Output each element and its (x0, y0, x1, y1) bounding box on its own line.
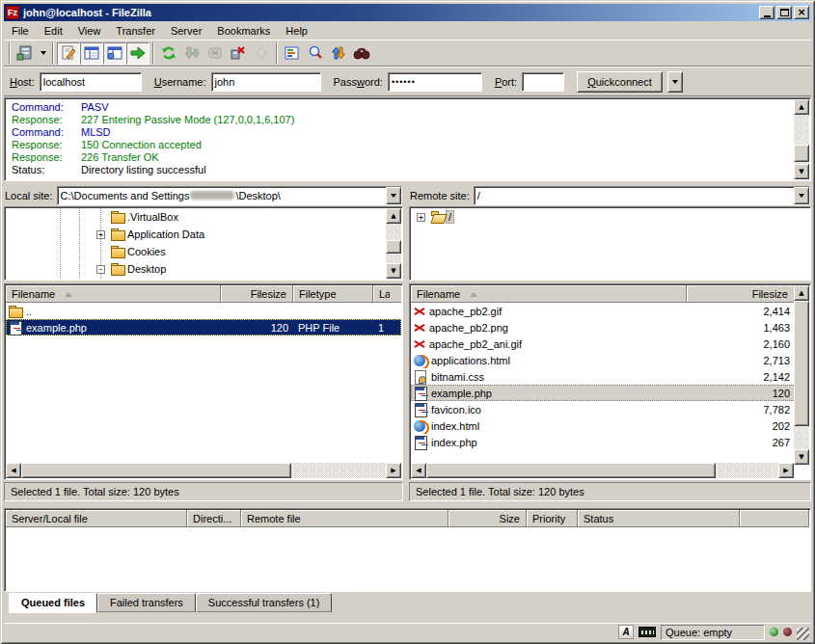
scroll-down-button[interactable]: ▼ (386, 263, 401, 279)
expand-icon[interactable]: + (417, 213, 425, 222)
scroll-left-button[interactable]: ◀ (6, 463, 21, 478)
scrollbar-thumb[interactable] (794, 145, 809, 162)
minimize-button[interactable] (759, 6, 774, 19)
remote-file-row-example-php[interactable]: example.php 120 (411, 385, 809, 401)
remote-file-row[interactable]: index.html 202 (411, 417, 809, 434)
remote-file-row[interactable]: bitnami.css 2,142 (411, 368, 809, 385)
tree-item-root[interactable]: + / (411, 208, 809, 226)
menu-view[interactable]: View (70, 22, 109, 40)
scroll-down-button[interactable]: ▼ (794, 449, 809, 465)
scrollbar-track[interactable] (21, 463, 386, 478)
scroll-up-button[interactable]: ▲ (794, 285, 809, 301)
menu-transfer[interactable]: Transfer (108, 22, 163, 40)
scrollbar-track[interactable] (794, 115, 809, 164)
column-header-priority[interactable]: Priority (527, 510, 578, 527)
menu-edit[interactable]: Edit (37, 22, 70, 40)
password-input[interactable]: •••••• (388, 72, 482, 92)
log-vertical-scrollbar[interactable]: ▲ ▼ (794, 99, 809, 179)
toggle-local-tree-button[interactable] (80, 42, 103, 65)
menu-server[interactable]: Server (163, 22, 209, 40)
tree-item-desktop[interactable]: - Desktop (6, 260, 386, 278)
scrollbar-thumb[interactable] (386, 240, 401, 254)
resize-grip-icon[interactable] (797, 628, 809, 640)
scrollbar-track[interactable] (794, 301, 809, 449)
scrollbar-track[interactable] (426, 463, 778, 478)
scroll-down-button[interactable]: ▼ (794, 164, 809, 179)
collapse-icon[interactable]: - (96, 265, 105, 274)
local-horizontal-scrollbar[interactable]: ◀ ▶ (6, 463, 401, 478)
scrollbar-thumb[interactable] (794, 301, 809, 426)
site-manager-button[interactable] (14, 42, 37, 65)
scroll-up-button[interactable]: ▲ (386, 208, 401, 224)
column-header-filesize[interactable]: Filesize (221, 285, 293, 303)
remote-file-row[interactable]: favicon.ico 7,782 (411, 401, 809, 417)
remote-file-row[interactable]: apache_pb2_ani.gif 2,160 (411, 335, 809, 352)
column-header-server-local-file[interactable]: Server/Local file (6, 510, 187, 527)
host-input[interactable]: localhost (40, 72, 142, 92)
tab-failed-transfers[interactable]: Failed transfers (97, 593, 196, 612)
scroll-right-button[interactable]: ▶ (386, 463, 401, 478)
tab-queued-files[interactable]: Queued files (9, 593, 97, 613)
disconnect-button[interactable] (227, 42, 250, 65)
remote-vertical-scrollbar[interactable]: ▲ ▼ (794, 285, 809, 465)
synchronized-browsing-button[interactable] (327, 42, 350, 65)
remote-file-row[interactable]: apache_pb2.png 1,463 (411, 319, 809, 335)
column-header-last-modified[interactable]: Last modified (373, 285, 401, 303)
remote-site-dropdown-button[interactable] (794, 187, 809, 204)
column-header-filetype[interactable]: Filetype (293, 285, 373, 303)
quickconnect-dropdown-button[interactable] (667, 71, 683, 93)
scrollbar-thumb[interactable] (21, 463, 291, 478)
username-input[interactable]: john (211, 72, 321, 92)
local-file-row-parent[interactable]: .. (6, 303, 401, 319)
remote-file-row[interactable]: apache_pb2.gif 2,414 (411, 303, 809, 319)
remote-file-row[interactable]: index.php 267 (411, 434, 809, 450)
directory-listing-filters-button[interactable] (281, 42, 304, 65)
scroll-up-button[interactable]: ▲ (794, 99, 809, 115)
tree-item-application-data[interactable]: + Application Data (6, 226, 386, 243)
speedlimit-icon[interactable] (638, 627, 656, 637)
local-site-dropdown-button[interactable] (386, 187, 401, 204)
toggle-transfer-queue-button[interactable] (126, 42, 149, 65)
site-manager-dropdown-button[interactable] (37, 42, 49, 65)
cancel-operation-button[interactable] (204, 42, 227, 65)
column-header-direction[interactable]: Directi... (187, 510, 241, 527)
menu-bookmarks[interactable]: Bookmarks (209, 22, 278, 40)
expand-icon[interactable]: + (96, 230, 105, 239)
menu-file[interactable]: File (4, 22, 37, 40)
local-site-combobox[interactable]: C:\Documents and Settings\Desktop\ (57, 186, 402, 205)
tree-item-virtualbox[interactable]: .VirtualBox (6, 208, 386, 226)
remote-file-row[interactable]: applications.html 2,713 (411, 352, 809, 368)
close-button[interactable]: × (794, 6, 809, 19)
quickconnect-button[interactable]: Quickconnect (577, 71, 663, 93)
find-files-button[interactable] (350, 42, 373, 65)
refresh-button[interactable] (157, 42, 180, 65)
scroll-right-button[interactable]: ▶ (778, 463, 794, 478)
reconnect-button[interactable] (250, 42, 273, 65)
column-header-filename[interactable]: Filename (6, 285, 221, 303)
scroll-left-button[interactable]: ◀ (411, 463, 426, 478)
local-tree-scrollbar[interactable]: ▲ ▼ (386, 208, 401, 279)
column-header-size[interactable]: Size (448, 510, 527, 527)
process-queue-button[interactable] (180, 42, 204, 65)
column-header-filesize[interactable]: Filesize (687, 285, 795, 303)
tree-item-cookies[interactable]: Cookies (6, 243, 386, 260)
column-header-status[interactable]: Status (578, 510, 740, 527)
scrollbar-thumb[interactable] (426, 463, 716, 478)
port-input[interactable] (522, 72, 564, 92)
transfer-queue-body: Server/Local file Directi... Remote file… (6, 510, 809, 590)
remote-site-combobox[interactable]: / (474, 186, 810, 205)
menu-help[interactable]: Help (278, 22, 315, 40)
datatype-ascii-icon[interactable]: A (618, 625, 634, 639)
tab-successful-transfers[interactable]: Successful transfers (1) (196, 593, 333, 612)
column-header-remote-file[interactable]: Remote file (241, 510, 448, 527)
window-title: john@localhost - FileZilla (23, 7, 757, 18)
remote-file-list-inner: Filename Filesize apache_pb2.gif 2,414 a… (411, 285, 809, 478)
maximize-button[interactable] (776, 6, 792, 19)
column-header-filename[interactable]: Filename (411, 285, 687, 303)
local-file-row-example-php[interactable]: example.php 120 PHP File 1 (6, 319, 401, 335)
scrollbar-track[interactable] (386, 224, 401, 263)
toggle-remote-tree-button[interactable] (103, 42, 126, 65)
toggle-message-log-button[interactable] (57, 42, 80, 65)
compare-directories-button[interactable] (304, 42, 327, 65)
remote-horizontal-scrollbar[interactable]: ◀ ▶ (411, 463, 794, 478)
